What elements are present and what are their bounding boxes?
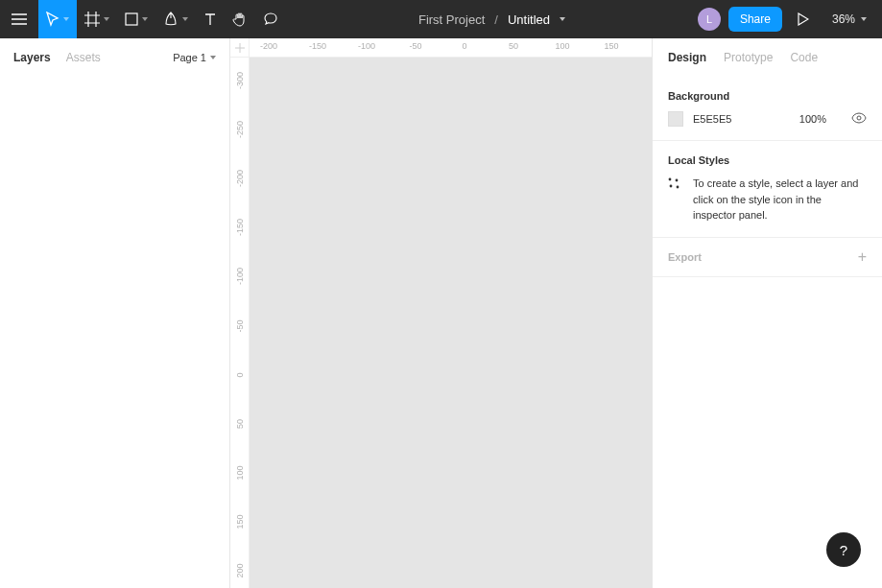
left-panel: Layers Assets Page 1	[0, 38, 230, 588]
toolbar-left-group	[0, 0, 286, 38]
background-swatch[interactable]	[668, 111, 683, 127]
canvas-area[interactable]: -200-150-100-50050100150200 -300-250-200…	[230, 38, 652, 588]
ruler-tick-horizontal: 150	[604, 41, 618, 51]
chevron-down-icon	[182, 17, 188, 21]
background-title: Background	[668, 90, 867, 102]
breadcrumb-separator: /	[494, 12, 498, 27]
project-name: First Project	[418, 12, 485, 27]
text-tool-button[interactable]	[196, 0, 225, 38]
ruler-tick-vertical: -150	[235, 221, 245, 236]
local-styles-title: Local Styles	[668, 154, 867, 166]
hamburger-icon	[12, 13, 27, 25]
ruler-tick-horizontal: 100	[555, 41, 569, 51]
styles-panel-icon	[668, 177, 679, 191]
toolbar-right-group: L Share 36%	[698, 7, 882, 32]
ruler-tick-vertical: -200	[235, 172, 245, 187]
tab-layers[interactable]: Layers	[13, 51, 51, 64]
present-button[interactable]	[790, 12, 817, 26]
chevron-down-icon	[142, 17, 148, 21]
main-area: Layers Assets Page 1 -200-150-100-500501…	[0, 38, 882, 588]
ruler-tick-horizontal: 50	[509, 41, 518, 51]
ruler-tick-vertical: 50	[235, 416, 245, 432]
hand-tool-button[interactable]	[225, 0, 255, 38]
tab-design[interactable]: Design	[668, 51, 706, 64]
user-avatar[interactable]: L	[698, 8, 721, 31]
pen-tool-icon	[163, 12, 179, 27]
help-button[interactable]: ?	[826, 532, 861, 567]
visibility-toggle[interactable]	[851, 112, 867, 126]
svg-point-3	[676, 179, 679, 182]
chevron-down-icon	[861, 17, 867, 21]
svg-point-4	[670, 185, 673, 188]
ruler-tick-horizontal: -50	[409, 41, 421, 51]
ruler-tick-vertical: -250	[235, 123, 245, 138]
ruler-tick-vertical: 100	[235, 465, 245, 481]
chevron-down-icon	[210, 56, 216, 59]
ruler-tick-vertical: -100	[235, 270, 245, 285]
background-hex-value[interactable]: E5E5E5	[693, 113, 746, 125]
zoom-level: 36%	[832, 12, 855, 26]
ruler-tick-horizontal: 0	[462, 41, 466, 51]
export-section[interactable]: Export +	[653, 238, 882, 277]
share-button[interactable]: Share	[728, 7, 782, 32]
ruler-tick-horizontal: -200	[260, 41, 277, 51]
svg-point-1	[857, 116, 861, 120]
background-row: E5E5E5 100%	[668, 111, 867, 127]
ruler-tick-vertical: 0	[235, 367, 245, 383]
move-tool-icon	[46, 12, 60, 27]
move-tool-button[interactable]	[38, 0, 77, 38]
ruler-tick-vertical: 150	[235, 514, 245, 529]
comment-icon	[263, 12, 278, 27]
tab-code[interactable]: Code	[790, 51, 818, 64]
shape-tool-button[interactable]	[117, 0, 155, 38]
frame-tool-button[interactable]	[77, 0, 117, 38]
chevron-down-icon	[104, 17, 109, 21]
ruler-tick-vertical: -300	[235, 74, 245, 89]
right-panel: Design Prototype Code Background E5E5E5 …	[652, 38, 882, 588]
add-export-button[interactable]: +	[858, 249, 867, 265]
comment-tool-button[interactable]	[255, 0, 286, 38]
left-panel-tabs: Layers Assets Page 1	[0, 38, 229, 77]
text-tool-icon	[203, 12, 217, 26]
zoom-dropdown[interactable]: 36%	[824, 12, 874, 26]
horizontal-ruler[interactable]: -200-150-100-50050100150200	[250, 38, 652, 58]
hand-tool-icon	[232, 12, 248, 27]
local-styles-help-text: To create a style, select a layer and cl…	[693, 176, 867, 223]
svg-point-5	[677, 186, 679, 189]
ruler-tick-vertical: 200	[235, 563, 245, 578]
tab-prototype[interactable]: Prototype	[724, 51, 773, 64]
chevron-down-icon	[63, 17, 69, 21]
frame-tool-icon	[84, 12, 100, 27]
canvas-background[interactable]	[250, 58, 652, 588]
right-panel-tabs: Design Prototype Code	[653, 38, 882, 77]
ruler-tick-horizontal: -100	[358, 41, 375, 51]
ruler-corner-icon	[235, 43, 245, 53]
chevron-down-icon	[560, 17, 565, 21]
background-section: Background E5E5E5 100%	[653, 77, 882, 141]
page-label: Page 1	[173, 52, 206, 63]
tab-assets[interactable]: Assets	[66, 51, 101, 64]
ruler-corner[interactable]	[230, 38, 250, 58]
svg-point-2	[669, 178, 672, 181]
page-selector[interactable]: Page 1	[173, 52, 216, 63]
play-icon	[798, 12, 809, 26]
top-toolbar: First Project / Untitled L Share 36%	[0, 0, 882, 38]
rectangle-tool-icon	[125, 12, 138, 26]
ruler-tick-vertical: -50	[235, 318, 245, 334]
main-menu-button[interactable]	[0, 0, 38, 38]
eye-icon	[851, 112, 867, 124]
vertical-ruler[interactable]: -300-250-200-150-100-50050100150200	[230, 58, 250, 588]
file-title-group[interactable]: First Project / Untitled	[286, 12, 698, 27]
ruler-tick-horizontal: -150	[309, 41, 326, 51]
background-opacity-value[interactable]: 100%	[799, 113, 826, 125]
four-dots-icon	[668, 177, 679, 189]
export-title: Export	[668, 251, 702, 263]
file-name: Untitled	[508, 12, 550, 27]
local-styles-section: Local Styles To create a style, select a…	[653, 141, 882, 238]
local-styles-content: To create a style, select a layer and cl…	[668, 176, 867, 223]
pen-tool-button[interactable]	[155, 0, 196, 38]
svg-rect-0	[126, 13, 137, 25]
